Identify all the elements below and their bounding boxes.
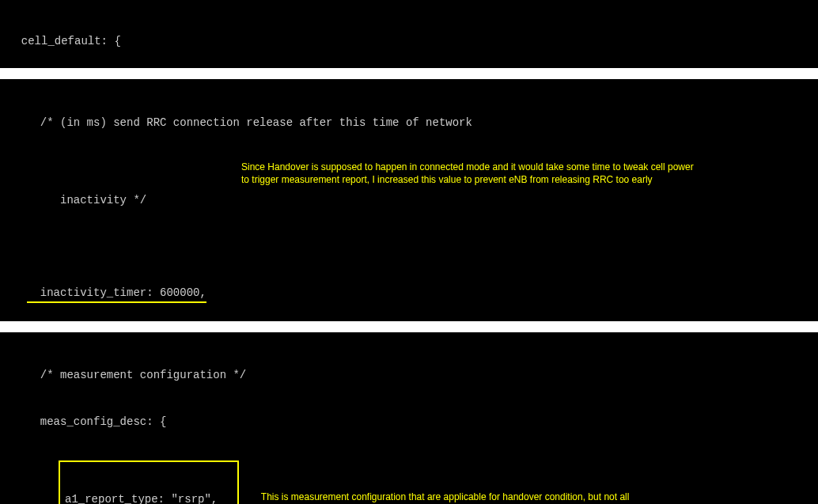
comment-l2: inactivity */ [8, 193, 818, 209]
section-break-2 [0, 321, 818, 332]
inactivity-timer-underline: inactivity_timer: 600000, [27, 286, 206, 303]
meas-config-block: /* measurement configuration */ meas_con… [0, 332, 818, 504]
inactivity-block: /* (in ms) send RRC connection release a… [0, 79, 818, 318]
meas-comment: /* measurement configuration */ [8, 368, 818, 384]
annotation-meas-config: This is measurement configuration that a… [245, 477, 728, 504]
top-code-block: cell_default: { [0, 0, 818, 68]
annotation-line2: to trigger measurement report, I increas… [241, 174, 653, 185]
inactivity-timer-line: inactivity_timer: 600000, [8, 286, 818, 303]
annotation-inactivity: Since Handover is supposed to happen in … [241, 161, 811, 186]
section-break-1 [0, 68, 818, 79]
annotation-meas-l1: This is measurement configuration that a… [261, 491, 630, 502]
comment-l1: /* (in ms) send RRC connection release a… [8, 116, 818, 131]
meas-config-open: meas_config_desc: { [8, 415, 818, 430]
meas-config-body: a1_report_type: "rsrp", a1_rsrp: -105, a… [8, 461, 818, 504]
annotation-line1: Since Handover is supposed to happen in … [241, 161, 694, 172]
cell-default-line: cell_default: { [8, 34, 818, 50]
